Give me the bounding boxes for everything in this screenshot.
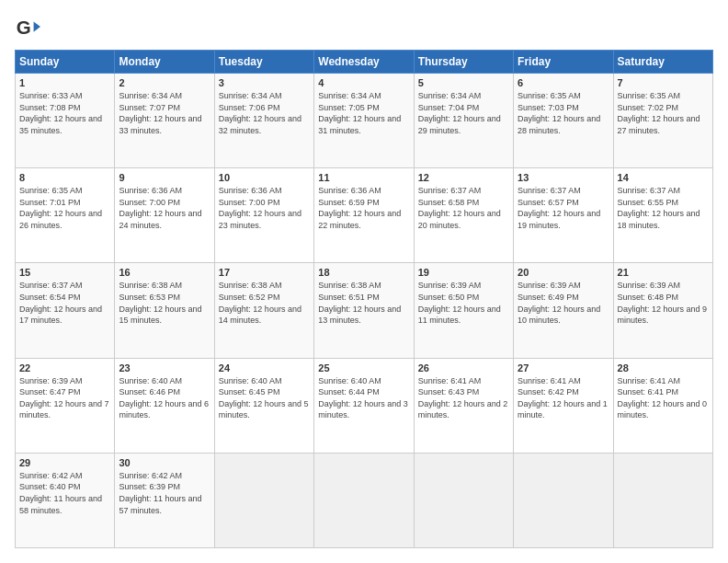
calendar-cell: 25 Sunrise: 6:40 AM Sunset: 6:44 PM Dayl… <box>314 358 414 453</box>
calendar-week-2: 8 Sunrise: 6:35 AM Sunset: 7:01 PM Dayli… <box>16 168 713 263</box>
day-number: 29 <box>19 457 110 468</box>
day-number: 18 <box>318 267 409 278</box>
calendar-cell: 28 Sunrise: 6:41 AM Sunset: 6:41 PM Dayl… <box>613 358 712 453</box>
calendar-week-5: 29 Sunrise: 6:42 AM Sunset: 6:40 PM Dayl… <box>16 453 713 547</box>
day-info: Sunrise: 6:36 AM Sunset: 7:00 PM Dayligh… <box>219 185 310 231</box>
calendar-cell: 16 Sunrise: 6:38 AM Sunset: 6:53 PM Dayl… <box>115 263 214 358</box>
day-number: 22 <box>19 362 110 373</box>
day-header-tuesday: Tuesday <box>214 51 313 74</box>
day-info: Sunrise: 6:33 AM Sunset: 7:08 PM Dayligh… <box>19 90 110 136</box>
day-number: 9 <box>119 172 210 183</box>
day-info: Sunrise: 6:36 AM Sunset: 7:00 PM Dayligh… <box>119 185 210 231</box>
day-number: 11 <box>318 172 409 183</box>
svg-marker-1 <box>34 21 40 31</box>
calendar-cell: 10 Sunrise: 6:36 AM Sunset: 7:00 PM Dayl… <box>214 168 313 263</box>
day-info: Sunrise: 6:38 AM Sunset: 6:51 PM Dayligh… <box>318 280 409 326</box>
calendar-cell: 2 Sunrise: 6:34 AM Sunset: 7:07 PM Dayli… <box>115 74 214 168</box>
calendar-cell: 15 Sunrise: 6:37 AM Sunset: 6:54 PM Dayl… <box>16 263 115 358</box>
calendar-cell: 30 Sunrise: 6:42 AM Sunset: 6:39 PM Dayl… <box>115 453 214 547</box>
day-number: 19 <box>418 267 509 278</box>
day-info: Sunrise: 6:40 AM Sunset: 6:45 PM Dayligh… <box>219 375 310 421</box>
page-header: G <box>15 15 713 40</box>
day-number: 26 <box>418 362 509 373</box>
day-number: 8 <box>19 172 110 183</box>
day-header-wednesday: Wednesday <box>314 51 414 74</box>
day-info: Sunrise: 6:40 AM Sunset: 6:46 PM Dayligh… <box>119 375 210 421</box>
day-header-sunday: Sunday <box>16 51 115 74</box>
day-number: 28 <box>618 362 709 373</box>
calendar-cell: 11 Sunrise: 6:36 AM Sunset: 6:59 PM Dayl… <box>314 168 414 263</box>
calendar-cell: 12 Sunrise: 6:37 AM Sunset: 6:58 PM Dayl… <box>414 168 513 263</box>
day-number: 12 <box>418 172 509 183</box>
calendar-cell: 8 Sunrise: 6:35 AM Sunset: 7:01 PM Dayli… <box>16 168 115 263</box>
day-number: 5 <box>418 77 509 88</box>
calendar-cell: 29 Sunrise: 6:42 AM Sunset: 6:40 PM Dayl… <box>16 453 115 547</box>
calendar-cell <box>414 453 513 547</box>
day-info: Sunrise: 6:42 AM Sunset: 6:39 PM Dayligh… <box>119 470 210 516</box>
day-info: Sunrise: 6:41 AM Sunset: 6:43 PM Dayligh… <box>418 375 509 421</box>
day-info: Sunrise: 6:34 AM Sunset: 7:05 PM Dayligh… <box>318 90 409 136</box>
day-info: Sunrise: 6:38 AM Sunset: 6:52 PM Dayligh… <box>219 280 310 326</box>
day-info: Sunrise: 6:37 AM Sunset: 6:57 PM Dayligh… <box>518 185 609 231</box>
day-info: Sunrise: 6:39 AM Sunset: 6:48 PM Dayligh… <box>618 280 709 326</box>
day-header-saturday: Saturday <box>613 51 712 74</box>
day-number: 14 <box>618 172 709 183</box>
calendar-cell: 24 Sunrise: 6:40 AM Sunset: 6:45 PM Dayl… <box>214 358 313 453</box>
day-number: 15 <box>19 267 110 278</box>
day-number: 4 <box>318 77 409 88</box>
calendar-header-row: SundayMondayTuesdayWednesdayThursdayFrid… <box>16 51 713 74</box>
logo-icon: G <box>15 15 40 40</box>
calendar-cell: 26 Sunrise: 6:41 AM Sunset: 6:43 PM Dayl… <box>414 358 513 453</box>
day-number: 20 <box>518 267 609 278</box>
day-info: Sunrise: 6:39 AM Sunset: 6:47 PM Dayligh… <box>19 375 110 421</box>
day-info: Sunrise: 6:37 AM Sunset: 6:55 PM Dayligh… <box>618 185 709 231</box>
day-number: 25 <box>318 362 409 373</box>
calendar-cell: 17 Sunrise: 6:38 AM Sunset: 6:52 PM Dayl… <box>214 263 313 358</box>
day-info: Sunrise: 6:39 AM Sunset: 6:49 PM Dayligh… <box>518 280 609 326</box>
day-info: Sunrise: 6:41 AM Sunset: 6:41 PM Dayligh… <box>618 375 709 421</box>
calendar-cell: 20 Sunrise: 6:39 AM Sunset: 6:49 PM Dayl… <box>514 263 613 358</box>
calendar-week-1: 1 Sunrise: 6:33 AM Sunset: 7:08 PM Dayli… <box>16 74 713 168</box>
calendar-cell <box>613 453 712 547</box>
day-info: Sunrise: 6:35 AM Sunset: 7:02 PM Dayligh… <box>618 90 709 136</box>
calendar-cell: 21 Sunrise: 6:39 AM Sunset: 6:48 PM Dayl… <box>613 263 712 358</box>
calendar-cell: 14 Sunrise: 6:37 AM Sunset: 6:55 PM Dayl… <box>613 168 712 263</box>
calendar-cell: 5 Sunrise: 6:34 AM Sunset: 7:04 PM Dayli… <box>414 74 513 168</box>
day-info: Sunrise: 6:42 AM Sunset: 6:40 PM Dayligh… <box>19 470 110 516</box>
day-number: 3 <box>219 77 310 88</box>
calendar-cell: 3 Sunrise: 6:34 AM Sunset: 7:06 PM Dayli… <box>214 74 313 168</box>
day-info: Sunrise: 6:39 AM Sunset: 6:50 PM Dayligh… <box>418 280 509 326</box>
calendar-cell: 1 Sunrise: 6:33 AM Sunset: 7:08 PM Dayli… <box>16 74 115 168</box>
calendar-cell: 9 Sunrise: 6:36 AM Sunset: 7:00 PM Dayli… <box>115 168 214 263</box>
calendar-cell: 19 Sunrise: 6:39 AM Sunset: 6:50 PM Dayl… <box>414 263 513 358</box>
day-number: 23 <box>119 362 210 373</box>
day-info: Sunrise: 6:35 AM Sunset: 7:01 PM Dayligh… <box>19 185 110 231</box>
day-number: 6 <box>518 77 609 88</box>
day-info: Sunrise: 6:37 AM Sunset: 6:54 PM Dayligh… <box>19 280 110 326</box>
calendar-cell: 6 Sunrise: 6:35 AM Sunset: 7:03 PM Dayli… <box>514 74 613 168</box>
calendar-cell: 27 Sunrise: 6:41 AM Sunset: 6:42 PM Dayl… <box>514 358 613 453</box>
day-info: Sunrise: 6:37 AM Sunset: 6:58 PM Dayligh… <box>418 185 509 231</box>
day-info: Sunrise: 6:35 AM Sunset: 7:03 PM Dayligh… <box>518 90 609 136</box>
calendar-cell: 18 Sunrise: 6:38 AM Sunset: 6:51 PM Dayl… <box>314 263 414 358</box>
day-info: Sunrise: 6:41 AM Sunset: 6:42 PM Dayligh… <box>518 375 609 421</box>
day-number: 1 <box>19 77 110 88</box>
calendar-cell: 13 Sunrise: 6:37 AM Sunset: 6:57 PM Dayl… <box>514 168 613 263</box>
day-header-friday: Friday <box>514 51 613 74</box>
day-info: Sunrise: 6:38 AM Sunset: 6:53 PM Dayligh… <box>119 280 210 326</box>
day-number: 7 <box>618 77 709 88</box>
day-number: 21 <box>618 267 709 278</box>
day-info: Sunrise: 6:40 AM Sunset: 6:44 PM Dayligh… <box>318 375 409 421</box>
calendar-week-3: 15 Sunrise: 6:37 AM Sunset: 6:54 PM Dayl… <box>16 263 713 358</box>
day-header-monday: Monday <box>115 51 214 74</box>
calendar-cell <box>514 453 613 547</box>
logo: G <box>15 15 44 40</box>
day-number: 24 <box>219 362 310 373</box>
calendar-cell: 22 Sunrise: 6:39 AM Sunset: 6:47 PM Dayl… <box>16 358 115 453</box>
calendar-cell: 7 Sunrise: 6:35 AM Sunset: 7:02 PM Dayli… <box>613 74 712 168</box>
day-number: 17 <box>219 267 310 278</box>
day-info: Sunrise: 6:36 AM Sunset: 6:59 PM Dayligh… <box>318 185 409 231</box>
calendar-table: SundayMondayTuesdayWednesdayThursdayFrid… <box>15 50 713 548</box>
calendar-cell: 23 Sunrise: 6:40 AM Sunset: 6:46 PM Dayl… <box>115 358 214 453</box>
calendar-cell <box>214 453 313 547</box>
